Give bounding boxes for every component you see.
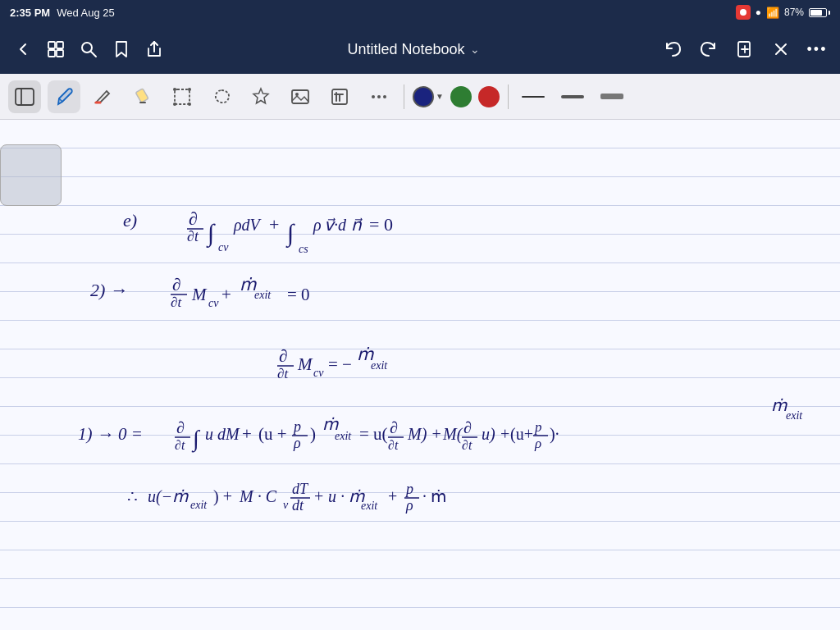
color-dropdown-arrow-icon[interactable]: ▼ [436,92,444,101]
svg-text:p: p [292,418,301,435]
dot-separator: ● [756,7,761,18]
svg-text:= 0: = 0 [369,214,393,235]
svg-text:+: + [242,424,252,444]
svg-text:ρ: ρ [293,435,301,451]
svg-text:M: M [191,285,208,304]
line-thick-icon [600,94,623,99]
svg-text:cv: cv [208,297,219,309]
main-toolbar: Untitled Notebook ⌄ [0,25,840,74]
toolbar-divider-1 [404,84,404,109]
notebook-canvas[interactable]: e) ∂ ∂t ∫ cv ρdV + ∫ cs ρ v⃗·d n⃗ = 0 2)… [0,120,840,630]
more-tools-button[interactable] [363,80,395,113]
sidebar-panel-button[interactable] [8,80,41,113]
svg-text:ρdV: ρdV [233,216,262,235]
line-medium-button[interactable] [556,80,589,113]
selected-color-dot[interactable] [413,86,434,107]
svg-point-10 [173,88,176,91]
svg-text:∂t: ∂t [277,366,289,381]
svg-text:+: + [269,214,279,235]
svg-text:M: M [297,354,313,374]
svg-text:∫: ∫ [191,426,201,453]
svg-text:∂: ∂ [172,275,180,294]
svg-rect-9 [175,89,189,104]
svg-text:exit: exit [254,289,272,301]
wifi-icon: 📶 [766,7,779,19]
svg-text:· ṁ: · ṁ [422,487,446,505]
svg-text:1) → 0 =: 1) → 0 = [78,424,143,444]
svg-rect-14 [292,90,308,103]
toolbar-divider-2 [508,84,509,109]
svg-rect-8 [135,88,148,102]
toolbar-left-group [8,34,169,64]
line-thick-button[interactable] [596,80,628,113]
toolbar-right-group: ••• [658,34,832,64]
svg-text:): ) [310,424,316,444]
svg-text:dt: dt [292,497,304,514]
toolbar-center-group: Untitled Notebook ⌄ [169,41,658,58]
battery-icon [809,8,830,17]
svg-point-13 [188,103,191,106]
svg-text:= 0: = 0 [287,285,310,304]
text-tool-button[interactable] [323,80,356,113]
status-time: 2:35 PM [10,7,50,19]
highlighter-tool-button[interactable] [126,80,159,113]
svg-text:∴: ∴ [127,487,138,505]
svg-text:ρ: ρ [534,436,541,451]
color-selector[interactable]: ▼ [413,86,444,107]
svg-text:M · C: M · C [239,487,277,505]
svg-text:cs: cs [299,243,308,255]
svg-rect-2 [48,50,55,57]
svg-text:∂t: ∂t [388,438,399,452]
handwriting-layer: e) ∂ ∂t ∫ cv ρdV + ∫ cs ρ v⃗·d n⃗ = 0 2)… [0,120,840,630]
more-options-button[interactable]: ••• [802,34,832,64]
svg-text:exit: exit [371,359,388,372]
red-color-dot[interactable] [478,86,500,107]
svg-text:+: + [221,285,231,304]
svg-text:= u(: = u( [359,424,388,444]
svg-text:dT: dT [292,481,309,497]
svg-text:exit: exit [361,500,378,512]
notebook-title[interactable]: Untitled Notebook [347,41,464,58]
svg-rect-6 [16,89,34,105]
svg-text:∂: ∂ [463,418,472,436]
svg-text:∫: ∫ [285,219,295,249]
svg-point-17 [372,95,375,98]
grid-button[interactable] [41,34,71,64]
close-button[interactable] [766,34,796,64]
redo-button[interactable] [694,34,724,64]
svg-text:∂: ∂ [176,418,185,436]
add-page-button[interactable] [730,34,760,64]
svg-text:∂t: ∂t [171,294,182,310]
search-button[interactable] [74,34,103,64]
svg-rect-3 [57,50,63,57]
drawing-toolbar: ▼ [0,74,840,120]
share-button[interactable] [139,34,169,64]
svg-text:∂: ∂ [279,346,287,366]
selection-tool-button[interactable] [166,80,199,113]
lasso-tool-button[interactable] [205,80,238,113]
svg-text:∂: ∂ [390,418,398,436]
svg-text:∂t: ∂t [175,438,185,452]
svg-text:v: v [283,499,289,511]
favorites-button[interactable] [244,80,277,113]
svg-rect-1 [57,42,63,48]
svg-text:v⃗·d: v⃗·d [324,216,347,234]
svg-text:M) +: M) + [407,425,442,444]
svg-text:∂t: ∂t [187,228,199,244]
svg-text:u(−ṁ: u(−ṁ [148,487,189,506]
pen-tool-button[interactable] [48,80,80,113]
title-chevron-icon[interactable]: ⌄ [470,43,480,56]
image-insert-button[interactable] [284,80,317,113]
svg-text:)·: )· [550,425,559,444]
line-thin-button[interactable] [517,80,550,113]
eraser-tool-button[interactable] [87,80,120,113]
bookmark-button[interactable] [107,34,136,64]
undo-button[interactable] [658,34,687,64]
line-thin-icon [522,96,545,98]
svg-text:+: + [388,487,397,505]
svg-rect-0 [48,42,55,48]
back-button[interactable] [8,34,38,64]
green-color-dot[interactable] [450,86,472,107]
status-date: Wed Aug 25 [57,7,115,19]
svg-text:∂t: ∂t [462,438,472,452]
